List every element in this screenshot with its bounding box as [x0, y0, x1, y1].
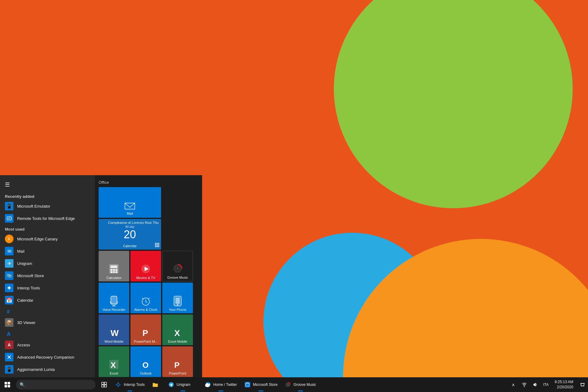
tile-voice-recorder[interactable]: Voice Recorder [99, 283, 129, 313]
taskbar-file-explorer-icon [152, 382, 158, 388]
office-group-label: Office [99, 180, 198, 185]
taskbar-app-ms-store[interactable]: Microsoft Store [241, 377, 281, 392]
app-label: Unigram [17, 261, 32, 266]
tile-powerpoint-mobile[interactable]: P PowerPoint M... [130, 315, 161, 345]
svg-rect-13 [158, 246, 159, 247]
svg-rect-27 [111, 296, 117, 303]
svg-rect-19 [111, 271, 112, 273]
taskbar-app-unigram[interactable]: Unigram [164, 377, 201, 392]
tile-calendar[interactable]: Thu Compleanno di Lorenzo Rosi All day 2… [99, 219, 161, 250]
app-label: 3D Viewer [17, 320, 36, 325]
tile-calculator[interactable]: Calculator [99, 251, 129, 281]
svg-rect-5 [155, 243, 156, 244]
svg-rect-20 [113, 271, 115, 273]
taskbar-app-label: Interop Tools [124, 383, 145, 387]
svg-rect-44 [102, 382, 104, 384]
powerpoint-mobile-icon: P [140, 327, 152, 338]
app-active-indicator [258, 390, 263, 391]
app-item-edge-canary[interactable]: C Microsoft Edge Canary [0, 233, 95, 245]
taskbar-twitter-icon [205, 382, 211, 388]
svg-rect-7 [158, 243, 159, 244]
taskbar-app-file-explorer[interactable] [149, 377, 164, 392]
taskbar-task-view[interactable] [97, 377, 111, 392]
svg-text:P: P [142, 328, 148, 338]
tile-alarms-clock[interactable]: Alarms & Clock [130, 283, 161, 313]
calendar-grid-icon [155, 243, 159, 248]
recently-added-label: Recently added [0, 192, 95, 200]
app-active-indicator [298, 390, 303, 391]
taskbar-app-twitter[interactable]: Home / Twitter [201, 377, 241, 392]
svg-rect-18 [115, 269, 117, 271]
excel-icon: X [108, 359, 120, 370]
svg-point-48 [117, 383, 119, 386]
svg-rect-51 [245, 382, 250, 387]
taskbar-interop-tools-icon [115, 382, 121, 388]
taskbar-clock[interactable]: 8:25:13 AM 2/20/2020 [551, 377, 577, 392]
app-item-microsoft-emulator[interactable]: 📱 Microsoft Emulator [0, 200, 95, 212]
svg-rect-11 [155, 246, 156, 247]
start-menu-right: Office Mail Thu Compleanno di Lorenzo Ro… [95, 175, 202, 377]
tile-word-mobile[interactable]: W Word Mobile [99, 315, 129, 345]
taskbar-app-label: Groove Music [293, 383, 316, 387]
svg-rect-15 [111, 266, 117, 268]
tile-outlook[interactable]: O Outlook [130, 346, 161, 377]
tile-your-phone[interactable]: Your Phone [162, 283, 193, 313]
calendar-date: 20 [124, 229, 136, 240]
movies-tv-icon [140, 263, 152, 275]
tile-excel-label: Excel [100, 371, 127, 375]
taskbar-language[interactable]: ITA [541, 377, 551, 392]
app-item-mail[interactable]: ✉ Mail [0, 245, 95, 257]
taskbar-app-interop-tools[interactable]: Interop Tools [111, 377, 149, 392]
svg-rect-16 [111, 269, 112, 271]
tile-movies-tv[interactable]: Movies & TV [130, 251, 161, 281]
tile-mail[interactable]: Mail [99, 187, 161, 218]
tile-groove-music[interactable]: Groove Music [162, 251, 193, 281]
unigram-icon: ✈ [5, 259, 13, 268]
taskbar-time: 8:25:13 AM [555, 379, 573, 385]
calendar-day: Thu [153, 221, 159, 224]
tray-expand-icon[interactable]: ∧ [508, 377, 519, 392]
app-item-access[interactable]: A Access [0, 339, 95, 351]
svg-text:X: X [174, 328, 180, 338]
tray-network-icon[interactable] [519, 377, 530, 392]
tile-excel[interactable]: X Excel [99, 346, 129, 377]
tray-volume-icon[interactable] [530, 377, 541, 392]
svg-rect-21 [115, 271, 117, 273]
microsoft-emulator-icon: 📱 [5, 202, 13, 210]
remote-tools-icon [5, 214, 13, 223]
svg-rect-41 [8, 382, 10, 384]
app-label: Interop Tools [17, 286, 40, 290]
voice-recorder-icon [108, 296, 119, 307]
svg-point-31 [177, 304, 178, 305]
app-item-advanced-recovery[interactable]: Advanced Recovery Companion [0, 351, 95, 363]
app-item-unigram[interactable]: ✈ Unigram [0, 257, 95, 270]
app-item-3d-viewer[interactable]: 📦 3D Viewer [0, 316, 95, 329]
taskbar-app-label: Unigram [177, 383, 190, 387]
taskbar-start-button[interactable] [0, 377, 15, 392]
svg-text:P: P [174, 360, 179, 370]
taskbar-app-groove[interactable]: Groove Music [281, 377, 320, 392]
taskbar-search[interactable]: 🔍 [16, 380, 96, 390]
app-item-ms-store[interactable]: 🛍 Microsoft Store [0, 270, 95, 282]
alarms-clock-icon [140, 296, 151, 307]
hamburger-button[interactable]: ☰ [0, 178, 95, 192]
taskbar-app-label: Home / Twitter [213, 383, 237, 387]
svg-text:C: C [8, 237, 10, 241]
alpha-header-a: A [0, 329, 95, 339]
app-item-remote-tools[interactable]: Remote Tools for Microsoft Edge [0, 212, 95, 224]
app-label: Aggiornamenti Lumia [17, 367, 55, 372]
tile-excel-mobile[interactable]: X Excel Mobile [162, 315, 193, 345]
svg-rect-40 [5, 382, 7, 384]
taskbar-date: 2/20/2020 [557, 385, 573, 390]
start-menu: ☰ Recently added 📱 Microsoft Emulator Re… [0, 175, 202, 377]
taskbar-notification-center[interactable] [577, 377, 588, 392]
svg-rect-8 [155, 244, 156, 246]
taskbar: 🔍 Interop Tools [0, 377, 588, 392]
taskbar-ms-store-icon [244, 382, 251, 388]
tile-outlook-label: Outlook [132, 371, 159, 375]
app-item-aggiornamenti[interactable]: 📱 Aggiornamenti Lumia [0, 363, 95, 375]
app-item-calendar[interactable]: 📅 Calendar [0, 294, 95, 306]
app-active-indicator [180, 390, 185, 391]
tile-powerpoint[interactable]: P PowerPoint [162, 346, 193, 377]
app-item-interop-tools[interactable]: Interop Tools [0, 282, 95, 294]
